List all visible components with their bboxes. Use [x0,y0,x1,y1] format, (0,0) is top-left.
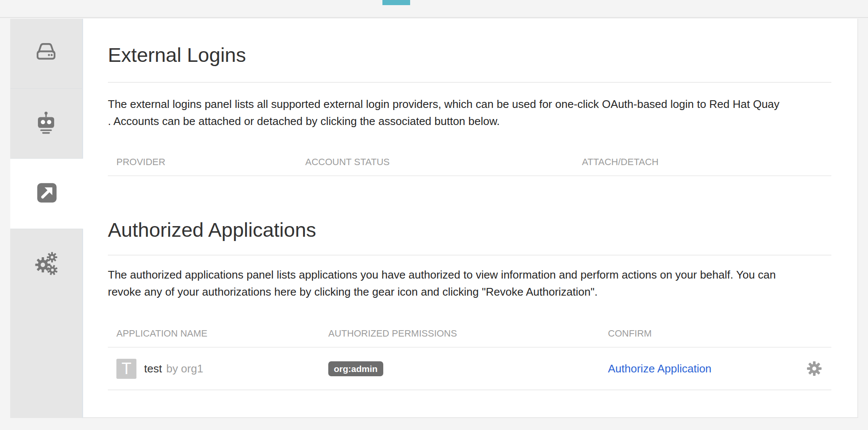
external-logins-title: External Logins [108,44,831,67]
top-bar [0,0,868,18]
column-header-attach-detach: ATTACH/DETACH [573,157,831,168]
description-line: The authorized applications panel lists … [108,266,831,283]
column-header-authorized-permissions: AUTHORIZED PERMISSIONS [320,328,599,339]
sidebar-item-settings[interactable] [10,229,82,299]
column-header-provider: PROVIDER [108,157,297,168]
table-row: T test by org1 org:admin Authorize Appli… [108,348,831,390]
application-owner: by org1 [166,362,203,375]
robot-icon [34,110,58,137]
description-line: The external logins panel lists all supp… [108,96,831,113]
application-name-cell: T test by org1 [108,359,320,379]
authorized-applications-description: The authorized applications panel lists … [108,266,831,300]
section-divider [108,255,831,256]
external-link-icon [35,180,59,207]
settings-sidebar [10,19,83,418]
sidebar-item-storage[interactable] [10,19,82,89]
sidebar-item-robot-accounts[interactable] [10,89,82,159]
row-settings-button[interactable] [806,360,822,377]
description-line: . Accounts can be attached or detached b… [108,113,831,130]
accent-bar [382,0,410,5]
application-name: test [144,362,162,375]
column-header-application-name: APPLICATION NAME [108,328,320,339]
column-header-actions [799,328,831,339]
gears-icon [33,250,59,278]
external-logins-description: The external logins panel lists all supp… [108,96,831,130]
external-logins-table-header: PROVIDER ACCOUNT STATUS ATTACH/DETACH [108,157,831,176]
gear-icon [806,372,822,378]
sidebar-item-external-logins[interactable] [10,159,83,229]
permission-badge: org:admin [328,361,383,376]
hdd-icon [34,41,58,67]
column-header-account-status: ACCOUNT STATUS [297,157,573,168]
description-line: revoke any of your authorizations here b… [108,283,831,300]
avatar: T [116,359,136,379]
authorize-application-link[interactable]: Authorize Application [608,362,712,375]
column-header-confirm: CONFIRM [599,328,799,339]
authorized-applications-table-header: APPLICATION NAME AUTHORIZED PERMISSIONS … [108,328,831,348]
settings-panel: External Logins The external logins pane… [83,19,858,418]
confirm-cell: Authorize Application [599,362,799,375]
authorized-applications-title: Authorized Applications [108,218,831,241]
row-actions-cell [799,360,831,377]
permissions-cell: org:admin [320,361,599,376]
section-divider [108,82,831,83]
